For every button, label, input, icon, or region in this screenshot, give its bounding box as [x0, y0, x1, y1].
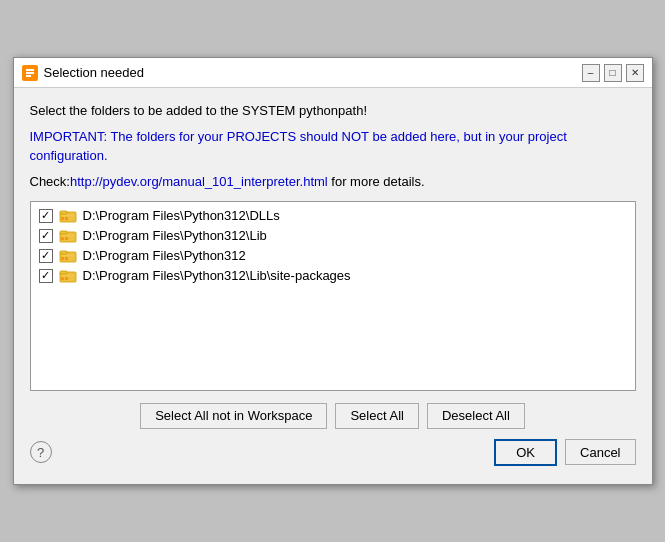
title-bar-left: Selection needed: [22, 65, 144, 81]
list-item-text: D:\Program Files\Python312\Lib: [83, 228, 267, 243]
list-item-text: D:\Program Files\Python312: [83, 248, 246, 263]
svg-rect-3: [26, 75, 31, 77]
svg-rect-20: [60, 271, 67, 274]
dialog-title: Selection needed: [44, 65, 144, 80]
button-row-2: ? OK Cancel: [30, 439, 636, 474]
close-button[interactable]: ✕: [626, 64, 644, 82]
folder-icon: [59, 208, 77, 224]
svg-rect-22: [61, 277, 64, 280]
right-buttons: OK Cancel: [494, 439, 635, 466]
select-all-not-workspace-button[interactable]: Select All not in Workspace: [140, 403, 327, 429]
list-item[interactable]: D:\Program Files\Python312\Lib: [33, 226, 633, 246]
dialog-body: Select the folders to be added to the SY…: [14, 88, 652, 484]
button-row-1: Select All not in Workspace Select All D…: [30, 403, 636, 429]
list-item-checkbox[interactable]: [39, 269, 53, 283]
svg-rect-5: [60, 211, 67, 214]
message-line1: Select the folders to be added to the SY…: [30, 102, 636, 120]
maximize-button[interactable]: □: [604, 64, 622, 82]
title-bar-controls: – □ ✕: [582, 64, 644, 82]
svg-rect-13: [65, 237, 68, 240]
list-item[interactable]: D:\Program Files\Python312\Lib\site-pack…: [33, 266, 633, 286]
cancel-button[interactable]: Cancel: [565, 439, 635, 465]
svg-rect-11: [62, 235, 74, 236]
svg-rect-2: [26, 72, 34, 74]
folder-icon: [59, 228, 77, 244]
svg-rect-6: [62, 215, 74, 216]
svg-rect-1: [26, 69, 34, 71]
dialog: Selection needed – □ ✕ Select the folder…: [13, 57, 653, 485]
svg-rect-17: [61, 257, 64, 260]
dialog-icon: [22, 65, 38, 81]
list-item-checkbox[interactable]: [39, 209, 53, 223]
check-link[interactable]: http://pydev.org/manual_101_interpreter.…: [70, 174, 328, 189]
list-item[interactable]: D:\Program Files\Python312: [33, 246, 633, 266]
svg-rect-16: [62, 255, 74, 256]
svg-rect-10: [60, 231, 67, 234]
folder-list: D:\Program Files\Python312\DLLs D:\Progr…: [30, 201, 636, 391]
list-item-checkbox[interactable]: [39, 229, 53, 243]
list-item[interactable]: D:\Program Files\Python312\DLLs: [33, 206, 633, 226]
svg-rect-23: [65, 277, 68, 280]
svg-rect-7: [61, 217, 64, 220]
minimize-button[interactable]: –: [582, 64, 600, 82]
deselect-all-button[interactable]: Deselect All: [427, 403, 525, 429]
title-bar: Selection needed – □ ✕: [14, 58, 652, 88]
list-item-text: D:\Program Files\Python312\Lib\site-pack…: [83, 268, 351, 283]
svg-rect-21: [62, 275, 74, 276]
folder-icon: [59, 268, 77, 284]
list-item-text: D:\Program Files\Python312\DLLs: [83, 208, 280, 223]
help-button[interactable]: ?: [30, 441, 52, 463]
select-all-button[interactable]: Select All: [335, 403, 418, 429]
check-suffix: for more details.: [328, 174, 425, 189]
list-item-checkbox[interactable]: [39, 249, 53, 263]
svg-rect-12: [61, 237, 64, 240]
check-prefix: Check:: [30, 174, 70, 189]
message-important: IMPORTANT: The folders for your PROJECTS…: [30, 128, 636, 164]
svg-rect-15: [60, 251, 67, 254]
folder-icon: [59, 248, 77, 264]
svg-rect-18: [65, 257, 68, 260]
svg-rect-8: [65, 217, 68, 220]
message-check: Check:http://pydev.org/manual_101_interp…: [30, 173, 636, 191]
ok-button[interactable]: OK: [494, 439, 557, 466]
